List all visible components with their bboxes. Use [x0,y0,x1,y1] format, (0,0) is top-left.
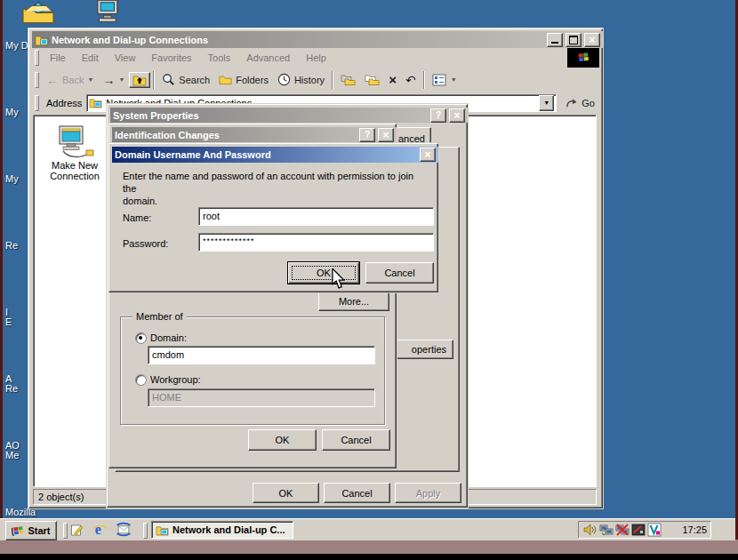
address-folder-icon [89,97,102,108]
folders-icon [219,74,232,85]
clock[interactable]: 17:25 [662,524,707,535]
password-label: Password: [123,238,168,249]
help-button[interactable]: ? [430,108,446,123]
menu-file[interactable]: File [42,49,74,67]
forward-arrow-icon: → [102,73,115,87]
toolbar: ← Back ▼ → ▼ Search [32,68,599,92]
task-button-label: Network and Dial-up C... [172,524,285,535]
start-button[interactable]: Start [5,521,57,540]
more-button[interactable]: More... [318,291,389,311]
cancel-label: Cancel [341,488,372,499]
help-glyph: ? [436,111,441,120]
toolbar-grip[interactable] [35,72,39,88]
taskbar: Start e [0,518,735,540]
copy-to-button[interactable] [336,72,360,88]
back-button[interactable]: ← Back ▼ [42,71,98,89]
search-button[interactable]: Search [157,71,214,88]
my-documents-icon[interactable] [21,0,55,24]
name-input[interactable]: root [198,207,434,226]
desktop-label[interactable]: My D [5,41,28,51]
close-button[interactable]: × [420,148,436,162]
task-button-network-connections[interactable]: Network and Dial-up C... [151,521,293,539]
ident-cancel-button[interactable]: Cancel [322,429,390,451]
menu-advanced[interactable]: Advanced [238,49,298,67]
views-button[interactable]: ▼ [428,72,461,88]
sysprops-apply-button[interactable]: Apply [395,483,461,503]
my-computer-icon[interactable] [92,0,122,23]
menu-tools[interactable]: Tools [200,49,239,67]
workgroup-radio[interactable] [135,374,147,386]
history-label: History [294,75,325,85]
move-to-button[interactable] [360,72,384,88]
identification-changes-titlebar[interactable]: Identification Changes ? × [112,127,397,142]
maximize-button[interactable] [566,33,582,47]
folders-label: Folders [236,75,269,85]
desktop-label[interactable]: My [5,108,19,117]
toolbar-separator [153,71,155,89]
up-button[interactable] [129,72,150,88]
member-of-legend: Member of [132,311,187,322]
minimize-button[interactable] [547,33,563,47]
utility-icon[interactable] [631,523,646,537]
desktop-label[interactable]: IE [5,308,12,327]
sysprops-ok-button[interactable]: OK [253,483,319,503]
go-button[interactable]: Go [560,95,599,110]
properties-label-fragment: operties [412,344,446,355]
menu-favorites[interactable]: Favorites [143,49,199,67]
quicklaunch-grip[interactable] [63,523,68,539]
password-ok-button[interactable]: OK [288,262,359,284]
password-cancel-button[interactable]: Cancel [365,262,434,284]
folders-button[interactable]: Folders [214,72,273,87]
password-dialog-titlebar[interactable]: Domain Username And Password × [112,147,438,163]
delete-x-icon: × [389,72,397,87]
network-connection-icon[interactable] [599,523,614,537]
menubar-grip[interactable] [35,50,39,66]
make-new-connection-item[interactable]: Make New Connection [44,124,105,181]
toolbar-separator [423,71,425,89]
close-button[interactable]: × [449,108,465,123]
back-arrow-icon: ← [46,73,59,87]
menu-view[interactable]: View [107,49,144,67]
taskband-grip[interactable] [143,523,148,539]
quicklaunch-show-desktop[interactable] [69,523,84,537]
desktop-label[interactable]: AOMe [5,441,20,460]
tab-label-fragment: anced [398,133,425,144]
menu-help[interactable]: Help [298,49,567,67]
volume-icon[interactable] [583,523,598,537]
item-label-line1: Make New [44,160,105,171]
desktop-label[interactable]: My [5,174,19,184]
desktop-label[interactable]: ARe [5,374,18,394]
close-button[interactable]: × [584,33,600,47]
quicklaunch-outlook-express[interactable] [116,522,132,537]
workgroup-input[interactable]: HOME [148,388,375,407]
back-label: Back [62,75,84,85]
address-label: Address [42,98,86,108]
ident-ok-button[interactable]: OK [248,429,317,451]
quicklaunch-internet-explorer[interactable]: e [92,522,108,537]
help-button[interactable]: ? [359,128,375,142]
system-properties-titlebar[interactable]: System Properties ? × [110,108,468,123]
desktop-label[interactable]: Re [5,241,18,251]
network-disconnected-icon[interactable] [615,523,630,537]
go-arrow-icon [565,97,578,108]
close-glyph: × [382,131,389,140]
window-titlebar[interactable]: Network and Dial-up Connections × [32,31,603,48]
sysprops-cancel-button[interactable]: Cancel [324,483,390,503]
domain-input[interactable]: cmdom [148,346,375,364]
addressbar-grip[interactable] [35,95,39,111]
desktop-label-mozilla[interactable]: Mozilla [5,508,36,517]
password-input[interactable]: ************* [198,233,434,252]
close-glyph: × [589,36,595,44]
delete-button[interactable]: × [384,72,401,87]
ok-label: OK [279,488,293,499]
forward-button[interactable]: → ▼ [98,71,129,89]
screen: My D My My Re IE ARe AOMe Mozilla Networ… [0,0,738,560]
show-desktop-icon [69,523,84,537]
history-button[interactable]: History [273,71,329,88]
domain-radio[interactable] [135,332,147,344]
address-dropdown-button[interactable]: ▼ [539,95,554,111]
undo-button[interactable]: ↶ [401,73,421,87]
menu-edit[interactable]: Edit [74,49,107,67]
vnc-icon[interactable] [647,523,662,537]
close-button[interactable]: × [378,128,394,142]
